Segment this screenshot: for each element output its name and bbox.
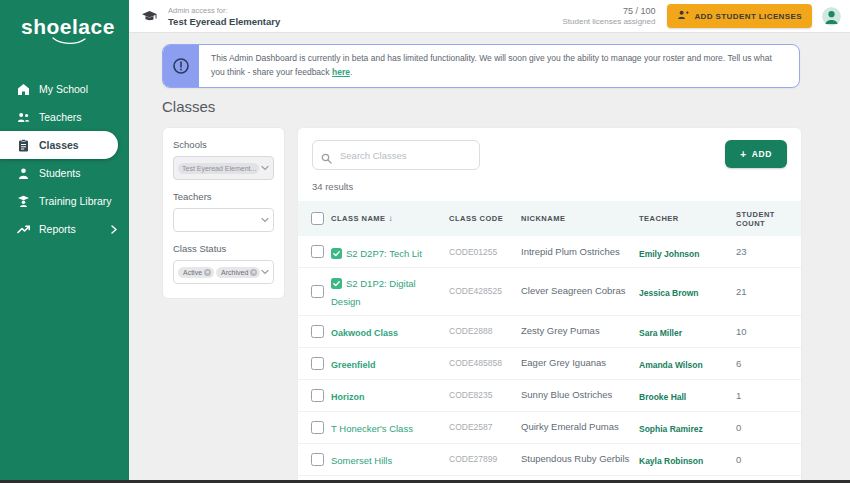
student-count-cell: 0 — [736, 422, 801, 433]
brand-logo-text: shoelace — [21, 15, 115, 38]
table-row[interactable]: HorizonCODE8235Sunny Blue OstrichesBrook… — [298, 380, 801, 412]
training-icon — [17, 195, 30, 208]
nickname-cell: Zesty Grey Pumas — [521, 324, 639, 338]
row-checkbox-cell — [298, 389, 331, 402]
class-name-link[interactable]: Oakwood Class — [331, 328, 398, 338]
table-row[interactable]: Oakwood ClassCODE2888Zesty Grey PumasSar… — [298, 316, 801, 348]
schools-filter-value: Test Eyeread Element... — [178, 163, 259, 174]
row-checkbox-cell — [298, 325, 331, 338]
licenses-count: 75 / 100 — [562, 6, 655, 16]
column-student-count: STUDENT COUNT — [736, 210, 801, 228]
class-name-cell: S2 D2P7: Tech Lit — [331, 243, 449, 261]
class-code-cell: CODE485858 — [449, 358, 521, 368]
teacher-link[interactable]: Kayla Robinson — [639, 456, 703, 466]
class-name-cell: Oakwood Class — [331, 322, 449, 341]
row-checkbox[interactable] — [311, 357, 324, 370]
teacher-link[interactable]: Emily Johnson — [639, 249, 699, 259]
row-checkbox[interactable] — [311, 285, 324, 298]
row-checkbox[interactable] — [311, 453, 324, 466]
alert-circle-icon — [172, 57, 190, 75]
user-avatar[interactable] — [822, 7, 841, 26]
table-row[interactable]: S2 D2P7: Tech LitCODE01255Intrepid Plum … — [298, 236, 801, 268]
nickname-cell: Quirky Emerald Pumas — [521, 420, 639, 434]
sidebar-item-classes[interactable]: Classes — [0, 131, 118, 159]
sidebar-item-reports[interactable]: Reports — [0, 215, 129, 243]
class-name-cell: Horizon — [331, 386, 449, 405]
column-nickname: NICKNAME — [521, 214, 639, 223]
table-row[interactable]: S2 D1P2: Digital DesignCODE428525Clever … — [298, 268, 801, 316]
class-name-link[interactable]: S2 D1P2: Digital Design — [331, 278, 416, 307]
feedback-link[interactable]: here — [332, 67, 350, 77]
table-row[interactable]: T Honecker's ClassCODE2587Quirky Emerald… — [298, 412, 801, 444]
search-input[interactable] — [312, 140, 480, 170]
classes-table-card: + ADD 34 results CLASS NAME↓ CLASS CODE … — [297, 127, 802, 483]
banner-message-text: This Admin Dashboard is currently in bet… — [211, 53, 772, 77]
row-checkbox[interactable] — [311, 325, 324, 338]
banner-message-period: . — [350, 67, 352, 77]
remove-chip-icon[interactable]: × — [250, 269, 257, 276]
row-checkbox-cell — [298, 453, 331, 466]
remove-chip-icon[interactable]: × — [204, 269, 211, 276]
select-all-checkbox[interactable] — [311, 212, 324, 225]
search-box — [312, 140, 480, 170]
class-name-cell: S2 D1P2: Digital Design — [331, 273, 449, 310]
row-checkbox-cell — [298, 285, 331, 298]
school-name: Test Eyeread Elementary — [168, 16, 280, 27]
class-name-link[interactable]: Somerset Hills — [331, 455, 392, 466]
admin-context: Admin access for: Test Eyeread Elementar… — [168, 6, 280, 27]
nickname-cell: Clever Seagreen Cobras — [521, 284, 639, 298]
add-student-licenses-button[interactable]: ADD STUDENT LICENSES — [667, 4, 812, 28]
sort-desc-icon[interactable]: ↓ — [389, 214, 393, 223]
column-class-name[interactable]: CLASS NAME↓ — [331, 214, 449, 223]
add-class-label: ADD — [752, 149, 772, 159]
add-class-button[interactable]: + ADD — [725, 140, 787, 168]
teachers-filter-select[interactable] — [173, 208, 274, 232]
admin-access-label: Admin access for: — [168, 6, 280, 15]
class-code-cell: CODE2888 — [449, 326, 521, 336]
filters-panel: Schools Test Eyeread Element... Teachers… — [162, 127, 285, 299]
sidebar: shoelace My School Teachers Classes Stud… — [0, 0, 129, 483]
teacher-link[interactable]: Sophia Ramirez — [639, 424, 703, 434]
topbar: Admin access for: Test Eyeread Elementar… — [129, 0, 850, 33]
class-name-cell: Greenfield — [331, 354, 449, 373]
nickname-cell: Sunny Blue Ostriches — [521, 388, 639, 402]
teacher-link[interactable]: Amanda Wilson — [639, 360, 703, 370]
sidebar-item-students[interactable]: Students — [0, 159, 129, 187]
sidebar-item-teachers[interactable]: Teachers — [0, 103, 129, 131]
class-name-link[interactable]: S2 D2P7: Tech Lit — [346, 248, 422, 259]
beta-notice-banner: This Admin Dashboard is currently in bet… — [162, 44, 800, 88]
sidebar-item-label: Teachers — [39, 111, 82, 123]
header-checkbox-cell — [298, 212, 331, 225]
class-status-filter-select[interactable]: Active × Archived × — [173, 260, 274, 284]
chevron-right-icon — [111, 225, 117, 234]
class-name-link[interactable]: Horizon — [331, 392, 365, 402]
sidebar-item-label: Students — [39, 167, 80, 179]
student-icon — [17, 167, 30, 180]
teacher-link[interactable]: Brooke Hall — [639, 392, 686, 402]
row-checkbox-cell — [298, 421, 331, 434]
class-name-cell: Somerset Hills — [331, 450, 449, 468]
person-plus-icon — [677, 10, 689, 22]
class-name-link[interactable]: Greenfield — [331, 360, 376, 370]
class-code-cell: CODE01255 — [449, 247, 521, 257]
student-count-cell: 21 — [736, 286, 801, 297]
sidebar-item-label: My School — [39, 83, 88, 95]
row-checkbox[interactable] — [311, 245, 324, 258]
sidebar-item-my-school[interactable]: My School — [0, 75, 129, 103]
licenses-label: Student licenses assigned — [562, 17, 655, 26]
row-checkbox[interactable] — [311, 421, 324, 434]
class-name-link[interactable]: T Honecker's Class — [331, 423, 413, 434]
row-checkbox[interactable] — [311, 389, 324, 402]
table-row[interactable]: Somerset HillsCODE27899Stupendous Ruby G… — [298, 444, 801, 476]
table-row[interactable]: GreenfieldCODE485858Eager Grey IguanasAm… — [298, 348, 801, 380]
sidebar-item-label: Classes — [39, 139, 79, 151]
row-checkbox-cell — [298, 245, 331, 258]
nickname-cell: Eager Grey Iguanas — [521, 356, 639, 370]
schools-filter-select[interactable]: Test Eyeread Element... — [173, 156, 274, 180]
teacher-link[interactable]: Sara Miller — [639, 328, 682, 338]
teachers-icon — [17, 111, 30, 124]
sidebar-item-training-library[interactable]: Training Library — [0, 187, 129, 215]
teacher-link[interactable]: Jessica Brown — [639, 288, 699, 298]
class-name-cell: T Honecker's Class — [331, 418, 449, 436]
status-chip-archived: Archived × — [216, 267, 260, 278]
